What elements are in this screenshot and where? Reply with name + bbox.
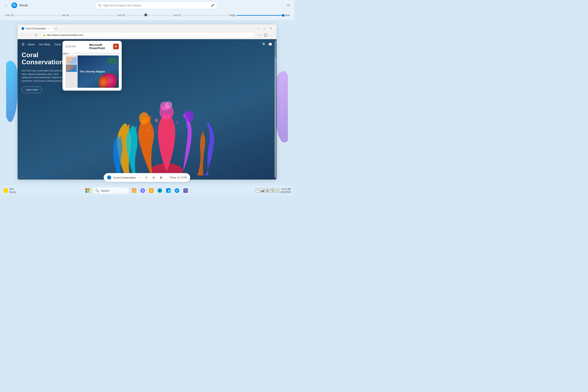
tab-favicon: [22, 27, 24, 30]
tray-wifi-icon[interactable]: [271, 188, 275, 193]
recall-logo-icon: [12, 2, 17, 8]
ppt-timestamp: 10:30 AM: [65, 45, 87, 48]
svg-point-2: [139, 112, 149, 124]
browser-chrome: Coral Conservation ✕ + — □ ✕ ← → ↻ 🔒 htt…: [18, 24, 276, 39]
taskbar-search-bar[interactable]: 🔍 Search: [93, 187, 129, 194]
snapshot-refresh-button[interactable]: ↻: [144, 175, 149, 180]
website-chat-button[interactable]: 💬: [268, 42, 272, 46]
browser-window: Coral Conservation ✕ + — □ ✕ ← → ↻ 🔒 htt…: [18, 24, 276, 180]
tray-battery-icon[interactable]: 🔋: [275, 188, 280, 193]
timeline-label-jun20: Jun 20: [118, 14, 125, 17]
recall-search-bar[interactable]: 🔍 🎤: [95, 2, 217, 9]
timeline-prev-button[interactable]: ‹: [4, 14, 5, 17]
tray-overflow-button[interactable]: ^: [256, 188, 260, 193]
svg-point-3: [185, 110, 194, 122]
ppt-main-slide: The Journey Begins: [78, 56, 119, 88]
website-search-button[interactable]: 🔍: [262, 42, 266, 46]
window-controls: — □ ✕: [255, 26, 275, 32]
timeline-track-4[interactable]: [182, 15, 228, 16]
browser-more-button[interactable]: ···: [269, 32, 274, 38]
back-button[interactable]: ←: [3, 2, 9, 8]
taskbar-store-button[interactable]: ⊞: [165, 187, 172, 194]
website-nav-links: Home Our Story Coral: [28, 43, 61, 46]
main-content-area: Coral Conservation ✕ + — □ ✕ ← → ↻ 🔒 htt…: [6, 20, 288, 184]
browser-forward-button[interactable]: →: [27, 32, 32, 38]
browser-nav-actions: ☆ 💬 ···: [257, 32, 274, 38]
window-minimize-button[interactable]: —: [255, 26, 261, 32]
recall-search-input[interactable]: [103, 4, 209, 7]
nav-link-home[interactable]: Home: [28, 43, 35, 46]
win-logo-q1: [85, 188, 87, 190]
weather-temp: 78°F: [10, 188, 16, 190]
system-tray: ^ 🔊 🔋: [256, 188, 280, 193]
side-decoration-left: [6, 61, 18, 122]
browser-address-bar[interactable]: 🔒 http://www.coralconservation.com: [41, 32, 255, 38]
browser-tab-bar: Coral Conservation ✕ + — □ ✕: [18, 24, 276, 32]
timeline-label-jun21: Jun 21: [173, 14, 181, 17]
ppt-popup-header: 10:30 AM Microsoft PowerPoint P: [63, 41, 122, 52]
svg-rect-16: [263, 190, 264, 192]
ppt-slide-preview[interactable]: The Journey Begins: [65, 56, 119, 88]
snapshot-more-button[interactable]: ···: [138, 176, 141, 179]
snapshot-bar: Coral Conservation ··· ↻ ⧉ 🗑 Today, 11:1…: [104, 173, 190, 182]
ppt-slide-text: The Journey Begins: [80, 70, 105, 73]
tray-network-icon[interactable]: [261, 188, 265, 193]
nav-link-coral[interactable]: Coral: [54, 43, 61, 46]
browser-bookmark-button[interactable]: ☆: [257, 32, 262, 38]
timeline-label-now: Now: [285, 14, 290, 17]
snapshot-favicon: [107, 176, 111, 180]
timeline-track-2[interactable]: [70, 15, 117, 16]
ppt-slide-thumb-2[interactable]: [66, 65, 77, 72]
address-security-icon: 🔒: [43, 34, 46, 36]
website-learn-more-button[interactable]: Learn more: [22, 86, 42, 93]
snapshot-delete-button[interactable]: 🗑: [158, 175, 164, 180]
windows-logo-icon: [85, 188, 90, 193]
svg-rect-17: [264, 190, 264, 192]
timeline-track-3[interactable]: [126, 15, 173, 16]
taskbar-copilot-button[interactable]: [139, 187, 146, 194]
window-close-button[interactable]: ✕: [268, 26, 274, 32]
timeline-label-jun19: Jun 19: [62, 14, 69, 17]
ppt-slide-thumb-1[interactable]: [66, 57, 77, 64]
ppt-tool-dot-2: [65, 53, 67, 54]
timeline-bar: ‹ Jun 19 Jun 19 Jun 20 Jun 21 Today Now: [0, 10, 294, 20]
svg-rect-14: [261, 191, 262, 192]
new-tab-button[interactable]: +: [53, 26, 59, 32]
website-hero-description: Dive into coral conservation! By protect…: [22, 69, 69, 82]
timeline-track-1[interactable]: [14, 15, 61, 16]
website-content: ☰ Home Our Story Coral 🔍 💬 Coral Conserv…: [18, 39, 276, 180]
taskbar-file-explorer-button[interactable]: 📁: [148, 187, 155, 194]
recall-app-title: Recall: [20, 4, 28, 7]
tray-volume-icon[interactable]: 🔊: [266, 188, 270, 193]
browser-refresh-button[interactable]: ↻: [34, 32, 39, 38]
browser-scrollbar[interactable]: [275, 41, 276, 178]
taskbar-clock[interactable]: 11:11 AM 6/22/2024: [281, 188, 291, 194]
taskbar-edge-button[interactable]: e: [156, 187, 164, 194]
website-hero: Coral Conservation Dive into coral conse…: [22, 52, 69, 93]
snapshot-copy-button[interactable]: ⧉: [151, 175, 157, 180]
taskbar-teams-button[interactable]: T: [182, 187, 189, 194]
code-button[interactable]: </>: [287, 4, 291, 7]
edge-icon: e: [158, 188, 162, 193]
microphone-button[interactable]: 🎤: [211, 4, 214, 7]
ppt-toolbar-divider: [70, 54, 120, 54]
windows-start-button[interactable]: [84, 187, 91, 194]
browser-tab-active[interactable]: Coral Conservation ✕: [19, 26, 53, 32]
taskbar: 78°F Sunny 🔍 Search 🌸: [0, 185, 294, 196]
taskbar-recall-button[interactable]: [173, 187, 181, 194]
nav-link-our-story[interactable]: Our Story: [39, 43, 51, 46]
ppt-app-icon: P: [113, 44, 119, 50]
copilot-icon: [141, 188, 145, 193]
browser-back-button[interactable]: ←: [20, 32, 25, 38]
svg-point-9: [147, 130, 149, 132]
svg-point-8: [176, 121, 178, 124]
ppt-preview-inner: The Journey Begins: [65, 56, 119, 88]
browser-feedback-button[interactable]: 💬: [263, 32, 268, 38]
website-menu-button[interactable]: ☰: [22, 42, 25, 46]
tab-close-button[interactable]: ✕: [48, 27, 51, 30]
search-icon: 🔍: [98, 4, 102, 7]
taskbar-widgets-button[interactable]: 🌸: [131, 187, 138, 194]
window-maximize-button[interactable]: □: [262, 26, 267, 32]
timeline-track-today[interactable]: [237, 15, 283, 16]
svg-point-12: [142, 190, 143, 191]
